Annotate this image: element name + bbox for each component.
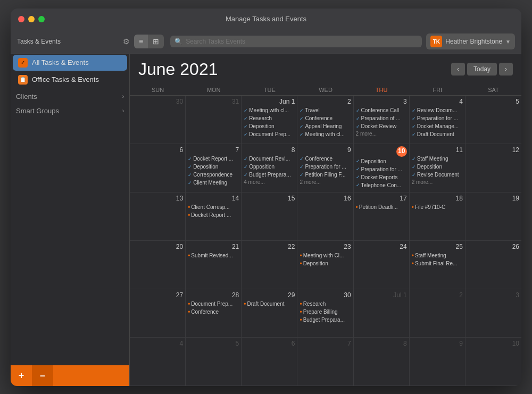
cal-cell[interactable]: 24 [354,241,410,289]
cal-event[interactable]: Petition Filing F... [300,171,351,179]
gear-icon[interactable]: ⚙ [123,37,130,46]
cal-event[interactable]: Budget Prepara... [300,316,351,324]
cal-event[interactable]: Docket Review [356,123,407,130]
cal-cell[interactable]: 10 [466,338,521,385]
cal-cell[interactable]: 18File #9710-C [410,192,466,240]
grid-view-button[interactable]: ⊞ [148,35,164,48]
cal-cell[interactable]: 13 [130,192,186,240]
cal-event[interactable]: Meeting with cl... [300,131,351,138]
cal-event[interactable]: Preparation for ... [356,166,407,173]
cal-event[interactable]: File #9710-C [412,204,463,211]
cal-event[interactable]: Docket Manage... [412,123,463,130]
cal-event[interactable]: 2 more... [356,131,407,137]
cal-cell[interactable]: 16 [297,192,353,240]
cal-cell[interactable]: 22 [242,241,297,289]
cal-event[interactable]: Client Meeting [188,179,239,187]
cal-cell[interactable]: 6 [130,144,186,192]
sidebar-item-office-tasks[interactable]: 📋 Office Tasks & Events [13,72,127,88]
cal-event[interactable]: Document Prep... [188,300,239,308]
cal-event[interactable]: Submit Revised... [188,252,239,259]
cal-event[interactable]: Deposition [356,158,407,165]
cal-event[interactable]: Research [300,300,351,308]
minimize-button[interactable] [28,16,35,22]
cal-event[interactable]: Staff Meeting [412,155,463,163]
cal-event[interactable]: Deposition [244,123,295,130]
cal-cell[interactable]: 9ConferencePreparation for ...Petition F… [297,144,353,192]
cal-cell[interactable]: 3Conference CallPreparation of ...Docket… [354,96,410,144]
sidebar-group-clients[interactable]: Clients › [11,88,129,103]
cal-event[interactable]: Opposition [244,163,295,171]
cal-event[interactable]: Preparation for ... [300,163,351,171]
cal-cell[interactable]: 7Docket Report ...DepositionCorresponden… [186,144,242,192]
today-button[interactable]: Today [467,63,497,76]
cal-cell[interactable]: 23Meeting with Cl...Deposition [297,241,353,289]
cal-event[interactable]: 2 more... [300,179,351,185]
cal-event[interactable]: Conference [300,155,351,163]
cal-cell[interactable]: 8 [354,338,410,385]
cal-cell[interactable]: 6 [242,338,297,385]
cal-event[interactable]: Travel [300,107,351,114]
cal-event[interactable]: Draft Document [412,131,463,138]
cal-event[interactable]: Preparation for ... [412,115,463,122]
cal-event[interactable]: Prepare Billing [300,308,351,316]
cal-cell[interactable]: 27 [130,289,186,337]
cal-cell[interactable]: 21Submit Revised... [186,241,242,289]
cal-event[interactable]: Research [244,115,295,122]
cal-event[interactable]: Petition Deadli... [356,204,407,211]
cal-cell[interactable]: 2TravelConferenceAppeal HearingMeeting w… [297,96,353,144]
cal-cell[interactable]: 8Document Revi...OppositionBudget Prepar… [242,144,297,192]
cal-cell[interactable]: 2 [410,289,466,337]
cal-event[interactable]: Correspondence [188,171,239,179]
cal-event[interactable]: Telephone Con... [356,182,407,189]
cal-event[interactable]: Meeting with Cl... [300,252,351,259]
cal-event[interactable]: Docket Report ... [188,155,239,163]
remove-button[interactable]: – [32,365,53,386]
cal-event[interactable]: Review Docum... [412,107,463,114]
next-button[interactable]: › [499,63,513,76]
cal-cell[interactable]: 17Petition Deadli... [354,192,410,240]
cal-cell[interactable]: 28Document Prep...Conference [186,289,242,337]
prev-button[interactable]: ‹ [451,63,465,76]
cal-event[interactable]: Deposition [300,260,351,267]
cal-cell[interactable]: 29Draft Document [242,289,297,337]
cal-event[interactable]: Draft Document [244,300,295,308]
cal-cell[interactable]: 4 [130,338,186,385]
cal-cell[interactable]: 30ResearchPrepare BillingBudget Prepara.… [297,289,353,337]
cal-event[interactable]: Deposition [188,163,239,171]
cal-cell[interactable]: 3 [466,289,521,337]
user-badge[interactable]: TK Heather Brightstone ▼ [426,33,515,49]
cal-cell[interactable]: 5 [186,338,242,385]
cal-cell[interactable]: Jul 1 [354,289,410,337]
cal-event[interactable]: Document Revi... [244,155,295,163]
cal-cell[interactable]: 11Staff MeetingDepositionRevise Document… [410,144,466,192]
cal-event[interactable]: Budget Prepara... [244,171,295,179]
cal-cell[interactable]: 30 [130,96,186,144]
cal-event[interactable]: Revise Document [412,171,463,179]
cal-cell[interactable]: 7 [297,338,353,385]
cal-event[interactable]: Staff Meeting [412,252,463,259]
close-button[interactable] [18,16,24,22]
cal-event[interactable]: Docket Report ... [188,212,239,219]
cal-event[interactable]: Document Prep... [244,131,295,138]
list-view-button[interactable]: ≡ [134,35,148,48]
cal-event[interactable]: Client Corresp... [188,204,239,211]
cal-event[interactable]: Deposition [412,163,463,171]
cal-cell[interactable]: 19 [466,192,521,240]
cal-cell[interactable]: 25Staff MeetingSubmit Final Re... [410,241,466,289]
search-input[interactable] [186,38,418,45]
add-button[interactable]: + [11,365,32,386]
sidebar-group-smart[interactable]: Smart Groups › [11,103,129,117]
cal-cell[interactable]: 9 [410,338,466,385]
cal-cell[interactable]: Jun 1Meeting with cl...ResearchDepositio… [242,96,297,144]
cal-cell[interactable]: 26 [466,241,521,289]
sidebar-item-all-tasks[interactable]: ✓ All Tasks & Events [13,55,127,71]
cal-event[interactable]: Appeal Hearing [300,123,351,130]
cal-cell[interactable]: 10DepositionPreparation for ...Docket Re… [354,144,410,192]
cal-event[interactable]: Docket Reports [356,174,407,181]
cal-cell[interactable]: 12 [466,144,521,192]
cal-event[interactable]: Conference Call [356,107,407,114]
cal-event[interactable]: Conference [188,308,239,316]
cal-event[interactable]: 2 more... [412,179,463,185]
cal-event[interactable]: Preparation of ... [356,115,407,122]
cal-cell[interactable]: 31 [186,96,242,144]
